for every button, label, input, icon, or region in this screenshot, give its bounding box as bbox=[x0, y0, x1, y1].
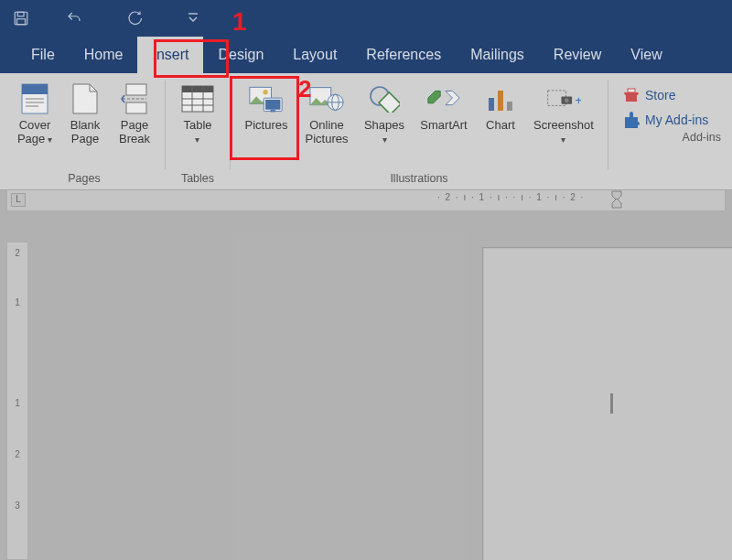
separator bbox=[608, 81, 608, 169]
shapes-icon bbox=[367, 82, 402, 115]
ribbon-tabs: File Home Insert Design Layout Reference… bbox=[0, 37, 732, 73]
svg-rect-29 bbox=[498, 91, 503, 111]
blank-page-label: Blank Page bbox=[62, 119, 108, 146]
document-area: 2 1 1 2 3 bbox=[6, 210, 726, 560]
svg-rect-2 bbox=[17, 19, 26, 25]
addins-icon bbox=[623, 112, 640, 128]
svg-rect-28 bbox=[489, 98, 494, 111]
page-break-label: Page Break bbox=[112, 119, 157, 146]
store-icon bbox=[623, 88, 640, 102]
my-addins-button[interactable]: My Add-ins bbox=[623, 112, 708, 128]
cover-page-icon bbox=[17, 82, 52, 115]
smartart-label: SmartArt bbox=[420, 119, 467, 133]
indent-marker[interactable] bbox=[611, 190, 620, 209]
group-tables: Table Tables bbox=[167, 75, 228, 189]
screenshot-label: Screenshot bbox=[533, 118, 594, 132]
quick-access-toolbar bbox=[0, 0, 732, 37]
screenshot-icon: + bbox=[546, 82, 581, 115]
online-pictures-button[interactable]: Online Pictures bbox=[298, 79, 355, 146]
group-addins: Store My Add-ins Add-ins bbox=[610, 75, 727, 189]
horizontal-ruler[interactable]: L · 2 · ı · 1 · ı · · ı · 1 · ı · 2 · bbox=[6, 190, 726, 211]
svg-rect-8 bbox=[26, 105, 38, 107]
chart-label: Chart bbox=[486, 119, 515, 133]
save-icon[interactable] bbox=[7, 5, 35, 32]
table-button[interactable]: Table bbox=[173, 79, 222, 146]
table-label: Table bbox=[183, 118, 211, 132]
customize-qat-icon[interactable] bbox=[179, 5, 207, 32]
tab-view[interactable]: View bbox=[616, 37, 676, 73]
svg-rect-36 bbox=[628, 89, 635, 92]
pictures-label: Pictures bbox=[245, 119, 288, 133]
chart-icon bbox=[483, 82, 518, 115]
svg-rect-9 bbox=[126, 84, 146, 95]
text-cursor bbox=[610, 393, 613, 414]
ruler-v-tick: 2 bbox=[7, 449, 27, 459]
document-page[interactable] bbox=[482, 247, 732, 560]
svg-rect-20 bbox=[265, 100, 280, 110]
store-label: Store bbox=[645, 88, 675, 102]
page-break-button[interactable]: Page Break bbox=[112, 79, 157, 146]
shapes-button[interactable]: Shapes bbox=[359, 79, 410, 146]
screenshot-button[interactable]: + Screenshot bbox=[527, 79, 600, 146]
smartart-button[interactable]: SmartArt bbox=[414, 79, 474, 133]
svg-rect-12 bbox=[182, 86, 213, 92]
tab-mailings[interactable]: Mailings bbox=[456, 37, 539, 73]
svg-rect-7 bbox=[26, 102, 44, 103]
tab-file[interactable]: File bbox=[16, 37, 70, 73]
my-addins-label: My Add-ins bbox=[645, 113, 708, 127]
svg-rect-10 bbox=[126, 102, 146, 113]
vertical-ruler[interactable]: 2 1 1 2 3 bbox=[6, 242, 28, 560]
smartart-icon bbox=[426, 82, 461, 115]
svg-rect-35 bbox=[626, 95, 637, 102]
pictures-icon bbox=[249, 82, 284, 115]
tab-insert[interactable]: Insert bbox=[137, 37, 203, 73]
svg-rect-1 bbox=[17, 12, 24, 16]
tab-design[interactable]: Design bbox=[203, 37, 278, 73]
separator bbox=[165, 81, 166, 169]
chart-button[interactable]: Chart bbox=[478, 79, 523, 133]
svg-rect-30 bbox=[507, 102, 512, 111]
ruler-v-tick: 1 bbox=[7, 398, 27, 408]
group-pages: Cover Page Blank Page Page Break Pages bbox=[5, 75, 163, 189]
group-tables-label: Tables bbox=[173, 169, 222, 189]
page-break-icon bbox=[117, 82, 152, 115]
separator bbox=[230, 81, 231, 169]
group-illustrations-label: Illustrations bbox=[238, 169, 600, 189]
pictures-button[interactable]: Pictures bbox=[238, 79, 295, 133]
ruler-ticks: · 2 · ı · 1 · ı · · ı · 1 · ı · 2 · bbox=[437, 192, 719, 202]
tab-review[interactable]: Review bbox=[539, 37, 616, 73]
svg-text:+: + bbox=[575, 93, 581, 107]
store-button[interactable]: Store bbox=[623, 88, 708, 102]
ribbon: Cover Page Blank Page Page Break Pages bbox=[0, 73, 732, 190]
svg-rect-27 bbox=[379, 92, 400, 113]
ruler-v-tick: 3 bbox=[7, 501, 27, 511]
blank-page-icon bbox=[68, 82, 102, 115]
group-addins-label: Add-ins bbox=[616, 128, 725, 148]
svg-rect-5 bbox=[22, 84, 48, 94]
ruler-v-tick: 2 bbox=[7, 248, 27, 258]
online-pictures-label: Online Pictures bbox=[298, 119, 355, 146]
group-pages-label: Pages bbox=[11, 169, 157, 189]
table-icon bbox=[180, 82, 215, 115]
tab-home[interactable]: Home bbox=[70, 37, 138, 73]
svg-rect-21 bbox=[271, 110, 275, 113]
blank-page-button[interactable]: Blank Page bbox=[62, 79, 108, 146]
group-illustrations: Pictures Online Pictures Shapes bbox=[232, 75, 606, 189]
undo-icon[interactable] bbox=[60, 5, 88, 32]
redo-icon[interactable] bbox=[121, 5, 148, 32]
shapes-label: Shapes bbox=[364, 118, 404, 132]
tab-selector[interactable]: L bbox=[11, 193, 26, 207]
svg-rect-6 bbox=[26, 98, 44, 100]
tab-references[interactable]: References bbox=[351, 37, 456, 73]
svg-point-18 bbox=[263, 90, 267, 94]
tab-layout[interactable]: Layout bbox=[278, 37, 351, 73]
ruler-v-tick: 1 bbox=[7, 297, 27, 307]
svg-point-33 bbox=[565, 98, 569, 102]
cover-page-button[interactable]: Cover Page bbox=[11, 79, 59, 146]
online-pictures-icon bbox=[309, 82, 344, 115]
